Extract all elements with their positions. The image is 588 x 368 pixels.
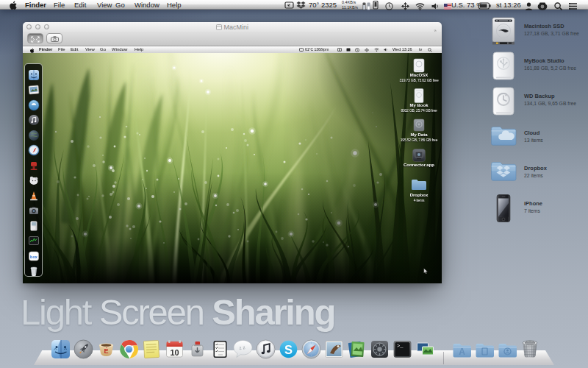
svg-text:10: 10 (170, 348, 179, 357)
svg-text:É: É (104, 347, 108, 355)
svg-text:>_: >_ (397, 343, 404, 349)
svg-text:A: A (459, 347, 465, 357)
svg-text:z z: z z (239, 344, 245, 350)
svg-text:S: S (284, 343, 293, 356)
svg-text:box: box (30, 255, 38, 259)
